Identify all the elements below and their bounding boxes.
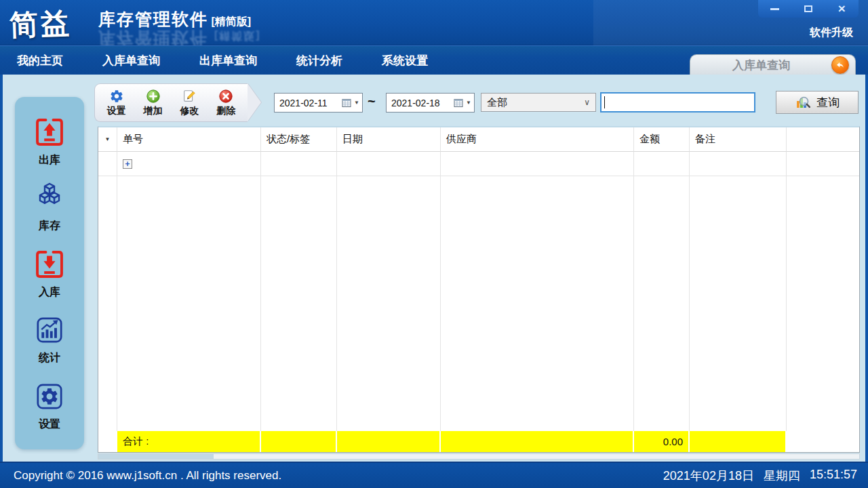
app-title-reflection: 库存管理软件 [精简版]	[98, 30, 261, 47]
query-button-label: 查询	[816, 95, 840, 110]
column-filter-cell[interactable]: ▼	[98, 127, 117, 152]
sidebar-item-label: 库存	[39, 219, 60, 233]
main-content: 出库 库存	[0, 75, 868, 462]
row-cell	[690, 152, 787, 176]
toolbar-button-label: 增加	[144, 105, 163, 117]
sidebar: 出库 库存	[15, 97, 84, 449]
expand-row-button[interactable]: +	[123, 159, 132, 169]
software-upgrade-link[interactable]: 软件升级	[810, 26, 853, 40]
sidebar-item-inventory[interactable]: 库存	[33, 181, 66, 233]
column-header-order-no[interactable]: 单号	[117, 127, 261, 152]
search-field[interactable]	[600, 92, 755, 113]
column-header-date[interactable]: 日期	[337, 127, 441, 152]
query-chart-magnifier-icon	[795, 95, 811, 110]
add-plus-icon	[146, 89, 161, 104]
sidebar-item-inbound[interactable]: 入库	[33, 247, 66, 300]
titlebar: 简益 库存管理软件 [精简版] 库存管理软件 [精简版] × 软件升级	[0, 0, 868, 45]
app-title-block: 库存管理软件 [精简版] 库存管理软件 [精简版]	[98, 11, 261, 47]
statistics-chart-icon	[33, 313, 66, 347]
maximize-button[interactable]	[797, 2, 820, 16]
horizontal-scrollbar[interactable]	[98, 453, 860, 460]
date-from-picker[interactable]: 2021-02-11 ▼	[274, 93, 363, 113]
column-filter-icon: ▼	[105, 136, 111, 142]
menu-item-system-settings[interactable]: 系统设置	[382, 53, 428, 68]
column-header-supplier[interactable]: 供应商	[441, 127, 634, 152]
status-time: 15:51:57	[810, 468, 857, 484]
inventory-cubes-icon	[33, 181, 66, 215]
window-controls: ×	[758, 0, 859, 18]
column-header-status-tag[interactable]: 状态/标签	[261, 127, 337, 152]
datetime-block: 2021年02月18日 星期四 15:51:57	[663, 468, 857, 484]
row-cell	[441, 152, 634, 176]
tab-label: 入库单查询	[732, 58, 790, 73]
total-label: 合计 :	[123, 435, 149, 448]
back-button[interactable]	[831, 56, 849, 74]
dropdown-arrow-icon: ▼	[354, 100, 359, 106]
date-to-picker[interactable]: 2021-02-18 ▼	[386, 93, 475, 113]
close-button[interactable]: ×	[830, 2, 853, 16]
record-toolbar: 设置 增加 修改	[94, 83, 248, 122]
total-spacer-cell	[787, 431, 859, 452]
tab-inbound-query[interactable]: 入库单查询	[690, 54, 856, 75]
sidebar-item-label: 设置	[39, 418, 60, 432]
search-input[interactable]	[605, 94, 754, 111]
table-header-row: ▼ 单号 状态/标签 日期 供应商 金额 备注	[98, 127, 859, 152]
settings-button[interactable]: 设置	[99, 89, 134, 117]
type-select-value: 全部	[487, 96, 584, 109]
menubar: 我的主页 入库单查询 出库单查询 统计分析 系统设置 入库单查询	[0, 45, 868, 75]
date-range-separator: ~	[368, 94, 376, 109]
column-header-spacer	[787, 127, 859, 152]
table-total-row: 合计 : 0.00	[98, 431, 859, 452]
row-cell	[787, 152, 859, 176]
sidebar-item-label: 入库	[39, 285, 60, 300]
query-button[interactable]: 查询	[776, 91, 859, 114]
minimize-button[interactable]	[764, 2, 787, 16]
menu-item-home[interactable]: 我的主页	[17, 53, 63, 68]
settings-gear-icon	[33, 380, 66, 413]
total-cell	[441, 431, 634, 452]
delete-button[interactable]: 删除	[208, 89, 243, 117]
back-arrow-icon	[835, 60, 846, 70]
menu-item-outbound-query[interactable]: 出库单查询	[199, 53, 257, 68]
column-header-amount[interactable]: 金额	[634, 127, 690, 152]
dropdown-arrow-icon: ▼	[466, 100, 471, 106]
inbound-orders-table: ▼ 单号 状态/标签 日期 供应商 金额 备注 +	[98, 126, 860, 453]
calendar-icon	[454, 98, 464, 108]
app-title-edition: [精简版]	[211, 16, 251, 27]
table-empty-area	[98, 176, 859, 431]
edit-pencil-icon	[182, 89, 197, 104]
inbound-box-icon	[33, 247, 66, 281]
type-select[interactable]: 全部 ∨	[481, 93, 596, 112]
edit-button[interactable]: 修改	[172, 89, 207, 117]
scrollbar-thumb[interactable]	[98, 454, 214, 459]
maximize-icon	[804, 5, 812, 12]
sidebar-item-label: 统计	[39, 351, 60, 365]
total-label-cell: 合计 :	[117, 431, 261, 452]
app-title: 库存管理软件	[98, 9, 208, 28]
statusbar: Copyright © 2016 www.j1soft.cn . All rig…	[0, 462, 868, 488]
status-date: 2021年02月18日	[663, 468, 754, 484]
sidebar-item-statistics[interactable]: 统计	[33, 313, 66, 365]
total-cell	[261, 431, 337, 452]
column-header-remark[interactable]: 备注	[690, 127, 787, 152]
row-cell	[261, 152, 337, 176]
add-button[interactable]: 增加	[136, 89, 171, 117]
date-from-value: 2021-02-11	[279, 98, 342, 108]
app-title-line: 库存管理软件 [精简版]	[98, 11, 261, 28]
toolbar-button-label: 修改	[180, 105, 199, 117]
gear-icon	[109, 89, 124, 104]
total-spacer-cell	[98, 431, 117, 452]
toolbar-arrow-tip	[248, 83, 261, 121]
outbound-box-icon	[33, 115, 66, 149]
sidebar-item-label: 出库	[39, 153, 60, 167]
menu-item-inbound-query[interactable]: 入库单查询	[102, 53, 160, 68]
total-amount-cell: 0.00	[634, 431, 690, 452]
app-logo: 简益	[9, 4, 73, 44]
sidebar-item-settings[interactable]: 设置	[33, 380, 66, 432]
row-select-cell	[98, 152, 117, 176]
sidebar-item-outbound[interactable]: 出库	[33, 115, 66, 167]
app-window: 简益 库存管理软件 [精简版] 库存管理软件 [精简版] × 软件升级 我的主页	[0, 0, 868, 488]
minimize-icon	[770, 8, 779, 10]
row-order-no-cell: +	[117, 152, 261, 176]
menu-item-statistics[interactable]: 统计分析	[296, 53, 342, 68]
